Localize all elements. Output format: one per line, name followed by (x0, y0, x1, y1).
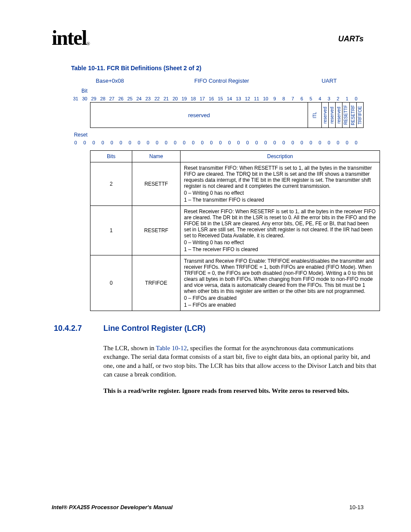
bit-names-row: reserved ITL reserved reserved reserved … (90, 102, 364, 128)
bit-number: 31 (71, 96, 80, 101)
reset-value: 0 (252, 140, 261, 145)
intel-logo: intel® (52, 26, 90, 50)
reset-value: 0 (297, 140, 306, 145)
bit-number: 20 (171, 96, 180, 101)
reset-value: 0 (153, 140, 162, 145)
bit-number: 5 (306, 96, 315, 101)
reset-value: 0 (333, 140, 342, 145)
bit-number: 24 (134, 96, 143, 101)
field-resetrf: RESETRF (350, 103, 357, 128)
bit-number: 16 (207, 96, 216, 101)
bit-number: 7 (288, 96, 297, 101)
col-header-name: Name (132, 151, 181, 162)
register-header: Base+0x08 FIFO Control Register UART (71, 78, 364, 84)
field-resettf: RESETTF (342, 103, 349, 128)
paragraph-2: This is a read/write register. Ignore re… (103, 386, 379, 395)
reset-value: 0 (234, 140, 243, 145)
bit-number: 8 (279, 96, 288, 101)
reset-value: 0 (261, 140, 270, 145)
reset-value: 0 (243, 140, 252, 145)
bit-number: 17 (198, 96, 207, 101)
field-reserved-5: reserved (322, 103, 329, 128)
reset-value: 0 (89, 140, 98, 145)
cell-bits: 0 (90, 255, 132, 311)
reset-value: 0 (143, 140, 153, 145)
bit-number: 26 (116, 96, 125, 101)
reset-value: 0 (107, 140, 116, 145)
bit-number: 9 (270, 96, 279, 101)
reset-value: 0 (306, 140, 315, 145)
footer-manual-title: Intel® PXA255 Processor Developer's Manu… (52, 504, 173, 510)
cell-bits: 1 (90, 206, 132, 255)
register-address: Base+0x08 (71, 78, 149, 84)
field-reserved-4: reserved (329, 103, 336, 128)
reset-value: 0 (98, 140, 107, 145)
table-row: 2RESETTFReset transmitter FIFO: When RES… (90, 162, 380, 206)
bit-number: 4 (315, 96, 324, 101)
reset-value: 0 (352, 140, 361, 145)
col-header-desc: Description (181, 151, 380, 162)
reset-value: 0 (324, 140, 333, 145)
reset-value: 0 (80, 140, 89, 145)
bit-number: 23 (143, 96, 153, 101)
reset-value: 0 (315, 140, 324, 145)
page-footer: Intel® PXA255 Processor Developer's Manu… (52, 504, 364, 510)
bit-number: 19 (180, 96, 189, 101)
bit-number: 27 (107, 96, 116, 101)
cross-reference[interactable]: Table 10-12 (156, 345, 187, 352)
bit-label: Bit (71, 88, 90, 94)
reset-label: Reset (71, 132, 90, 138)
reset-value: 0 (225, 140, 234, 145)
table-row: 0TRFIFOETransmit and Receive FIFO Enable… (90, 255, 380, 311)
cell-name: RESETRF (132, 206, 181, 255)
bit-number: 2 (333, 96, 342, 101)
reset-value: 0 (134, 140, 143, 145)
chapter-title: UARTs (338, 34, 364, 44)
reset-value: 0 (125, 140, 134, 145)
bit-number: 13 (234, 96, 243, 101)
bit-number: 3 (324, 96, 333, 101)
reset-value: 0 (216, 140, 225, 145)
registered-mark: ® (87, 41, 90, 46)
reset-values-row: 00000000000000000000000000000000 (71, 140, 361, 145)
reset-value: 0 (180, 140, 189, 145)
bit-number: 6 (297, 96, 306, 101)
reset-value: 0 (198, 140, 207, 145)
table-row: 1RESETRFReset Receiver FIFO: When RESETR… (90, 206, 380, 255)
logo-text: intel (52, 26, 87, 49)
reset-value: 0 (270, 140, 279, 145)
bit-description-table: Bits Name Description 2RESETTFReset tran… (90, 150, 380, 311)
bit-number: 29 (89, 96, 98, 101)
cell-name: RESETTF (132, 162, 181, 206)
reset-value: 0 (116, 140, 125, 145)
bit-number: 15 (216, 96, 225, 101)
bit-number: 21 (162, 96, 171, 101)
reset-value: 0 (207, 140, 216, 145)
bit-number: 12 (243, 96, 252, 101)
col-header-bits: Bits (90, 151, 132, 162)
bit-number: 22 (153, 96, 162, 101)
bit-numbers-row: 3130292827262524232221201918171615141312… (71, 96, 361, 101)
reset-value: 0 (288, 140, 297, 145)
paragraph-1: The LCR, shown in Table 10-12, specifies… (103, 344, 379, 379)
reset-value: 0 (171, 140, 180, 145)
bit-number: 30 (80, 96, 89, 101)
bit-number: 28 (98, 96, 107, 101)
footer-page-number: 10-13 (349, 504, 364, 510)
cell-name: TRFIFOE (132, 255, 181, 311)
register-module: UART (295, 78, 364, 84)
cell-bits: 2 (90, 162, 132, 206)
reset-value: 0 (162, 140, 171, 145)
bit-number: 10 (261, 96, 270, 101)
reset-value: 0 (71, 140, 80, 145)
bit-number: 25 (125, 96, 134, 101)
cell-description: Reset Receiver FIFO: When RESETRF is set… (181, 206, 380, 255)
section-heading: 10.4.2.7 Line Control Register (LCR) (71, 324, 364, 333)
register-name: FIFO Control Register (149, 78, 295, 84)
cell-description: Reset transmitter FIFO: When RESETTF is … (181, 162, 380, 206)
reset-value: 0 (342, 140, 352, 145)
field-reserved-3: reserved (336, 103, 342, 128)
bit-number: 14 (225, 96, 234, 101)
bit-number: 0 (352, 96, 361, 101)
reset-value: 0 (279, 140, 288, 145)
